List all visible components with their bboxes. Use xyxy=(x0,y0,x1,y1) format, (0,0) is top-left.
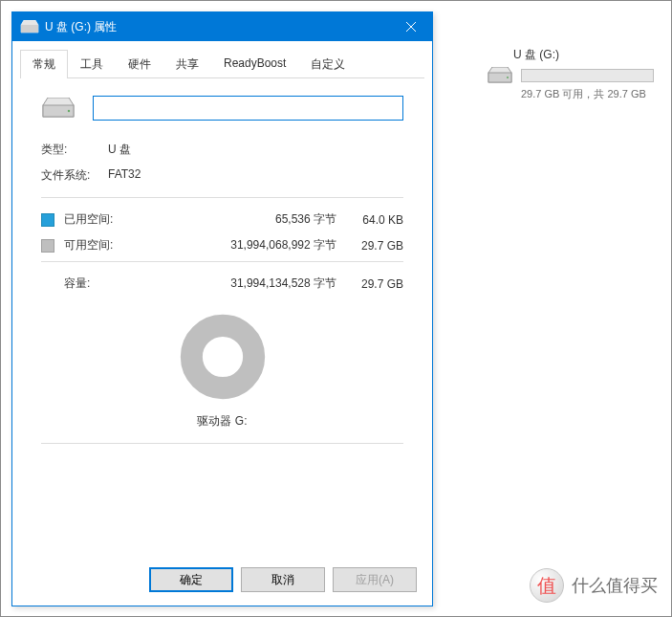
window-title: U 盘 (G:) 属性 xyxy=(45,19,389,35)
ok-button[interactable]: 确定 xyxy=(149,567,233,592)
divider xyxy=(41,197,403,198)
explorer-drive-tile[interactable]: U 盘 (G:) 29.7 GB 可用，共 29.7 GB xyxy=(487,47,654,101)
used-swatch xyxy=(41,213,54,227)
close-icon xyxy=(406,22,416,32)
free-bytes: 31,994,068,992 字节 xyxy=(139,237,336,253)
used-unit: 64.0 KB xyxy=(346,213,403,227)
drive-title: U 盘 (G:) xyxy=(513,47,654,63)
watermark: 值 什么值得买 xyxy=(530,568,658,603)
divider xyxy=(41,261,403,262)
watermark-icon: 值 xyxy=(530,568,564,603)
used-label: 已用空间: xyxy=(64,211,129,228)
drive-icon xyxy=(487,67,513,84)
type-value: U 盘 xyxy=(108,142,403,158)
capacity-bar xyxy=(521,69,654,82)
tab-panel-general: 类型: U 盘 文件系统: FAT32 已用空间: 65,536 字节 64.0… xyxy=(20,78,424,467)
usage-pie-chart xyxy=(177,311,269,403)
capacity-label: 容量: xyxy=(64,275,129,292)
watermark-text: 什么值得买 xyxy=(572,574,658,597)
fs-label: 文件系统: xyxy=(41,167,108,184)
type-label: 类型: xyxy=(41,142,108,158)
capacity-bytes: 31,994,134,528 字节 xyxy=(139,275,336,292)
tab-hardware[interactable]: 硬件 xyxy=(116,50,163,78)
drive-icon xyxy=(41,98,76,119)
divider xyxy=(41,443,403,444)
tab-sharing[interactable]: 共享 xyxy=(163,50,211,78)
close-button[interactable] xyxy=(389,12,432,41)
used-bytes: 65,536 字节 xyxy=(139,211,336,228)
tab-general[interactable]: 常规 xyxy=(20,50,68,78)
volume-label-input[interactable] xyxy=(93,96,403,121)
tab-tools[interactable]: 工具 xyxy=(68,50,116,78)
svg-point-4 xyxy=(68,110,70,112)
fs-value: FAT32 xyxy=(108,167,403,184)
apply-button: 应用(A) xyxy=(333,567,417,592)
svg-point-1 xyxy=(507,77,509,78)
free-label: 可用空间: xyxy=(64,237,129,253)
drive-icon xyxy=(20,20,39,33)
svg-rect-2 xyxy=(21,25,38,33)
tab-customize[interactable]: 自定义 xyxy=(298,50,358,78)
drive-subtitle: 29.7 GB 可用，共 29.7 GB xyxy=(521,87,654,101)
tab-strip: 常规 工具 硬件 共享 ReadyBoost 自定义 xyxy=(20,49,424,78)
free-unit: 29.7 GB xyxy=(346,239,403,253)
capacity-unit: 29.7 GB xyxy=(346,277,403,291)
free-swatch xyxy=(41,239,54,253)
drive-label: 驱动器 G: xyxy=(41,413,403,430)
tab-readyboost[interactable]: ReadyBoost xyxy=(211,50,298,78)
titlebar[interactable]: U 盘 (G:) 属性 xyxy=(12,12,432,41)
cancel-button[interactable]: 取消 xyxy=(241,567,325,592)
properties-dialog: U 盘 (G:) 属性 常规 工具 硬件 共享 ReadyBoost 自定义 xyxy=(11,11,433,606)
